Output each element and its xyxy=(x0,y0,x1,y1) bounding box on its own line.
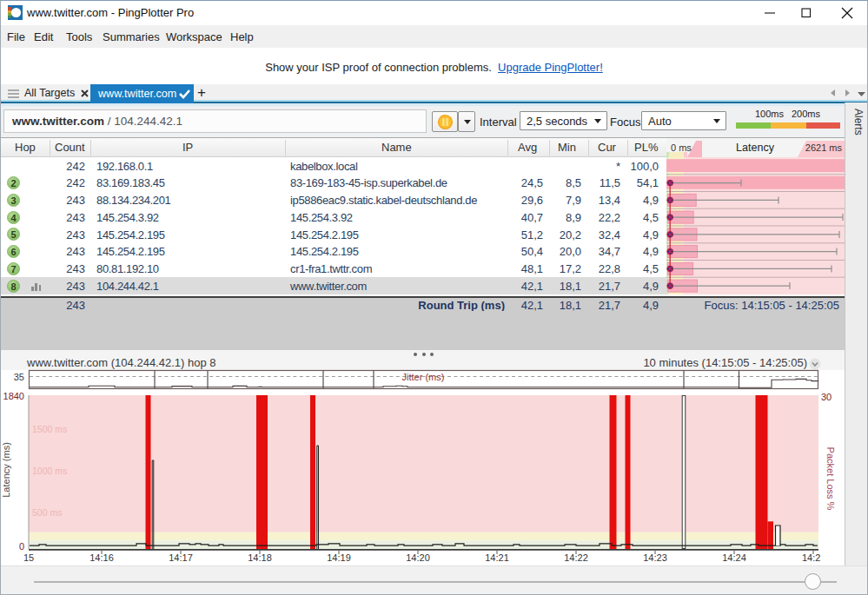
svg-text:Latency (ms): Latency (ms) xyxy=(1,442,11,498)
svg-text:Jitter (ms): Jitter (ms) xyxy=(402,372,445,382)
svg-text:2621 ms: 2621 ms xyxy=(805,142,843,153)
svg-text:14:16: 14:16 xyxy=(89,552,114,563)
svg-text:0 ms: 0 ms xyxy=(671,142,692,153)
svg-text:1000 ms: 1000 ms xyxy=(32,466,67,476)
svg-text:14:20: 14:20 xyxy=(406,552,430,563)
svg-text:Latency: Latency xyxy=(736,142,775,154)
svg-text:35: 35 xyxy=(14,372,24,382)
svg-text:15: 15 xyxy=(23,552,34,563)
svg-text:14:2: 14:2 xyxy=(802,552,820,563)
svg-text:14:24: 14:24 xyxy=(722,552,746,563)
svg-text:14:17: 14:17 xyxy=(169,552,193,563)
svg-text:1500 ms: 1500 ms xyxy=(32,424,67,434)
svg-text:30: 30 xyxy=(821,392,832,402)
svg-text:500 ms: 500 ms xyxy=(32,507,62,518)
svg-text:1840: 1840 xyxy=(3,391,24,401)
svg-text:14:22: 14:22 xyxy=(564,552,588,563)
svg-text:14:23: 14:23 xyxy=(643,552,667,563)
svg-text:14:19: 14:19 xyxy=(327,552,351,563)
svg-text:0: 0 xyxy=(19,541,24,552)
svg-text:14:18: 14:18 xyxy=(248,552,272,563)
svg-text:14:21: 14:21 xyxy=(485,552,509,563)
svg-text:Packet Loss %: Packet Loss % xyxy=(825,447,836,511)
